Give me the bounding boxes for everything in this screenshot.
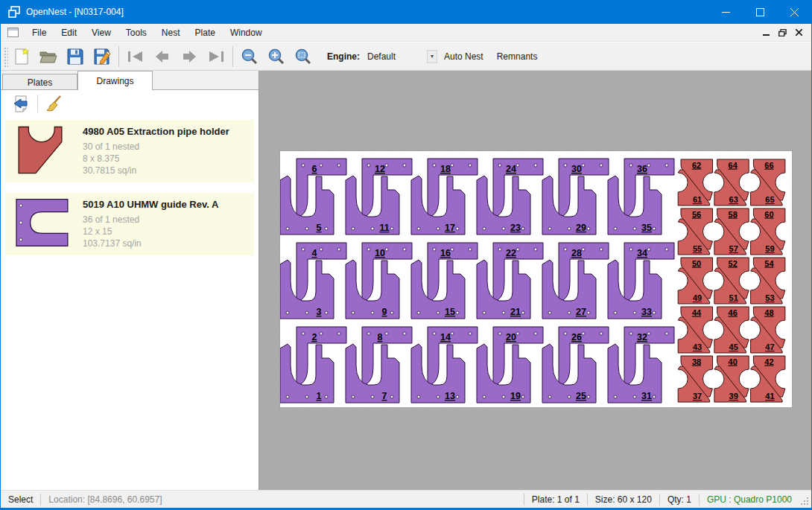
part-number: 64: [729, 161, 738, 170]
minimize-button[interactable]: [708, 0, 743, 24]
nest-pair-purple[interactable]: 2625: [542, 327, 609, 403]
clear-drawings-button[interactable]: [43, 93, 66, 114]
document-window-icon[interactable]: [7, 28, 19, 37]
drawing-item-2[interactable]: 5019 A10 UHMW guide Rev. A 36 of 1 neste…: [5, 193, 254, 255]
part-hole: [633, 311, 636, 314]
nest-pair-red[interactable]: 4645: [714, 307, 749, 353]
part-hole: [302, 164, 305, 167]
nest-pair-purple[interactable]: 1817: [411, 159, 478, 235]
menu-plate[interactable]: Plate: [188, 25, 223, 41]
nest-pair-purple[interactable]: 3231: [608, 327, 674, 403]
plate[interactable]: 6512111817242330293635431091615222128273…: [280, 151, 792, 407]
previous-plate-button[interactable]: [149, 45, 176, 68]
drawing-nested-count: 30 of 1 nested: [83, 141, 229, 153]
drawings-toolbar: [1, 90, 258, 117]
part-number: 60: [764, 210, 773, 219]
zoom-in-button[interactable]: [263, 45, 290, 68]
zoom-out-button[interactable]: [236, 45, 263, 68]
part-hole: [325, 227, 328, 230]
nest-pair-red[interactable]: 5251: [714, 258, 749, 304]
part-hole: [564, 164, 567, 167]
nest-pair-red[interactable]: 4847: [751, 307, 785, 353]
open-file-button[interactable]: [35, 45, 62, 68]
engine-combobox[interactable]: Default: [363, 49, 427, 64]
menu-tools[interactable]: Tools: [118, 25, 154, 41]
next-plate-button[interactable]: [176, 45, 203, 68]
nest-pair-purple[interactable]: 3029: [542, 159, 609, 235]
nest-pair-red[interactable]: 6665: [751, 159, 785, 205]
part-hole: [433, 248, 436, 251]
status-location: Location: [84.8696, 60.6957]: [41, 494, 169, 505]
part-hole: [568, 395, 571, 398]
part-hole: [302, 332, 305, 335]
nest-pair-purple[interactable]: 1615: [411, 243, 478, 319]
part-hole: [286, 395, 289, 398]
maximize-button[interactable]: [743, 0, 777, 24]
last-plate-button[interactable]: [203, 45, 229, 68]
first-plate-button[interactable]: [122, 45, 149, 68]
nest-pair-purple[interactable]: 3635: [608, 159, 674, 235]
nest-canvas[interactable]: 6512111817242330293635431091615222128273…: [259, 71, 811, 490]
toolbar-separator: [232, 46, 233, 67]
part-hole: [521, 227, 524, 230]
nest-pair-purple[interactable]: 1211: [346, 159, 412, 235]
nest-pair-red[interactable]: 5655: [678, 208, 712, 255]
toolbar-grip[interactable]: [3, 46, 8, 67]
nest-pair-red[interactable]: 6261: [678, 159, 712, 205]
nest-pair-purple[interactable]: 2827: [542, 243, 609, 319]
part-hole: [587, 311, 590, 314]
part-hole: [286, 227, 289, 230]
menu-view[interactable]: View: [84, 25, 118, 41]
menu-window[interactable]: Window: [223, 25, 270, 41]
nest-pair-red[interactable]: 4443: [678, 307, 712, 353]
zoom-extents-button[interactable]: [290, 45, 317, 68]
save-as-button[interactable]: [89, 45, 115, 68]
part-hole: [385, 248, 388, 251]
engine-dropdown-arrow[interactable]: ▾: [427, 50, 437, 63]
child-close-button[interactable]: [792, 27, 805, 39]
save-button[interactable]: [62, 45, 89, 68]
nest-pair-purple[interactable]: 21: [280, 327, 346, 403]
child-minimize-button[interactable]: [759, 27, 773, 39]
nest-pair-purple[interactable]: 2019: [477, 327, 543, 403]
part-number: 54: [764, 259, 774, 268]
nest-pair-red[interactable]: 3837: [678, 356, 712, 402]
close-button[interactable]: [777, 0, 811, 24]
menu-edit[interactable]: Edit: [54, 25, 84, 41]
remnants-button[interactable]: Remnants: [490, 48, 545, 66]
nest-pair-red[interactable]: 5049: [678, 258, 712, 304]
return-drawing-button[interactable]: [10, 93, 32, 114]
part-hole: [305, 227, 308, 230]
nest-pair-red[interactable]: 5857: [714, 208, 749, 255]
part-hole: [516, 164, 519, 167]
resize-grip[interactable]: [799, 493, 810, 506]
part-hole: [502, 395, 505, 398]
toolbar-separator: [37, 95, 38, 112]
auto-nest-button[interactable]: Auto Nest: [437, 48, 490, 66]
nest-pair-purple[interactable]: 3433: [608, 243, 674, 319]
child-restore-button[interactable]: [775, 27, 789, 39]
nest-pair-red[interactable]: 4039: [714, 356, 749, 402]
menu-nest[interactable]: Nest: [154, 25, 188, 41]
nest-pair-purple[interactable]: 87: [346, 327, 412, 403]
new-file-button[interactable]: [8, 45, 35, 68]
nest-pair-red[interactable]: 5453: [751, 258, 785, 304]
menu-file[interactable]: File: [25, 25, 54, 41]
tab-drawings[interactable]: Drawings: [77, 71, 153, 90]
nest-pair-purple[interactable]: 65: [280, 159, 346, 235]
return-arrow-icon: [12, 95, 30, 112]
nest-pair-red[interactable]: 4241: [751, 356, 785, 402]
drawing-item-1[interactable]: 4980 A05 Extraction pipe holder 30 of 1 …: [5, 120, 254, 182]
nest-pair-purple[interactable]: 2423: [477, 159, 543, 235]
nest-pair-purple[interactable]: 109: [346, 243, 412, 319]
nest-pair-purple[interactable]: 1413: [411, 327, 478, 403]
nest-pair-purple[interactable]: 2221: [477, 243, 543, 319]
status-qty: Qty: 1: [660, 494, 699, 505]
part-number: 39: [729, 392, 738, 401]
nest-pair-red[interactable]: 6463: [714, 159, 749, 205]
tab-plates[interactable]: Plates: [2, 74, 77, 90]
save-icon: [67, 48, 83, 65]
part-number: 44: [692, 308, 702, 317]
nest-pair-purple[interactable]: 43: [280, 243, 346, 319]
nest-pair-red[interactable]: 6059: [751, 208, 785, 255]
